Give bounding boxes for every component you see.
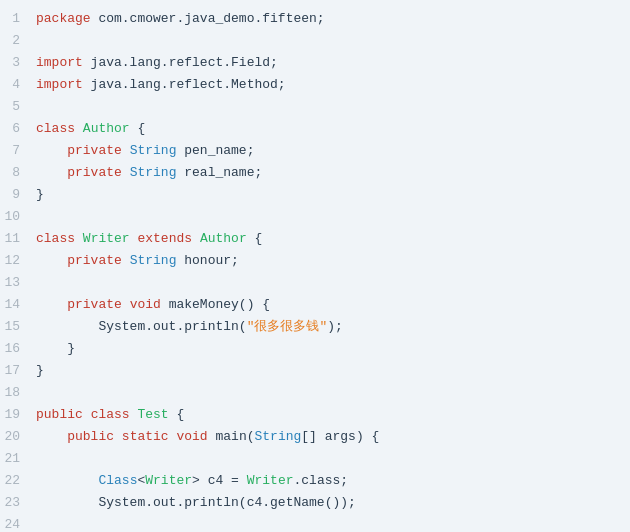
line-content: System.out.println(c4.getName());	[32, 493, 630, 513]
line-number: 1	[0, 9, 32, 29]
code-line: 23 System.out.println(c4.getName());	[0, 492, 630, 514]
code-line: 17}	[0, 360, 630, 382]
code-line: 20 public static void main(String[] args…	[0, 426, 630, 448]
token: Writer	[83, 231, 130, 246]
token: Class	[98, 473, 137, 488]
code-line: 4import java.lang.reflect.Method;	[0, 74, 630, 96]
token: pen_name;	[176, 143, 254, 158]
token: void	[130, 297, 161, 312]
token	[75, 121, 83, 136]
code-line: 11class Writer extends Author {	[0, 228, 630, 250]
token: extends	[137, 231, 192, 246]
token: import	[36, 77, 83, 92]
code-line: 14 private void makeMoney() {	[0, 294, 630, 316]
line-content	[32, 515, 630, 532]
line-number: 13	[0, 273, 32, 293]
line-content: Class<Writer> c4 = Writer.class;	[32, 471, 630, 491]
token: > c4 =	[192, 473, 247, 488]
code-line: 22 Class<Writer> c4 = Writer.class;	[0, 470, 630, 492]
token: real_name;	[176, 165, 262, 180]
line-number: 21	[0, 449, 32, 469]
token	[122, 165, 130, 180]
line-number: 10	[0, 207, 32, 227]
line-number: 5	[0, 97, 32, 117]
token: .class;	[293, 473, 348, 488]
token: makeMoney() {	[161, 297, 270, 312]
line-content: public class Test {	[32, 405, 630, 425]
token: String	[130, 253, 177, 268]
token: }	[36, 187, 44, 202]
line-content: }	[32, 339, 630, 359]
line-number: 9	[0, 185, 32, 205]
token	[122, 297, 130, 312]
code-line: 10	[0, 206, 630, 228]
line-number: 7	[0, 141, 32, 161]
code-line: 2	[0, 30, 630, 52]
token	[36, 429, 67, 444]
line-content: System.out.println("很多很多钱");	[32, 317, 630, 337]
line-content: class Author {	[32, 119, 630, 139]
token	[36, 253, 67, 268]
line-number: 3	[0, 53, 32, 73]
token: honour;	[176, 253, 238, 268]
token: {	[130, 121, 146, 136]
line-number: 12	[0, 251, 32, 271]
line-content: import java.lang.reflect.Field;	[32, 53, 630, 73]
token: import	[36, 55, 83, 70]
line-number: 6	[0, 119, 32, 139]
code-line: 7 private String pen_name;	[0, 140, 630, 162]
line-content: private String real_name;	[32, 163, 630, 183]
token: String	[130, 143, 177, 158]
line-number: 17	[0, 361, 32, 381]
token: static	[122, 429, 169, 444]
token	[114, 429, 122, 444]
token: private	[67, 253, 122, 268]
token	[122, 143, 130, 158]
token: main(	[208, 429, 255, 444]
token: );	[327, 319, 343, 334]
code-line: 15 System.out.println("很多很多钱");	[0, 316, 630, 338]
line-number: 2	[0, 31, 32, 51]
line-content: }	[32, 185, 630, 205]
line-number: 4	[0, 75, 32, 95]
token: com.cmower.java_demo.fifteen;	[91, 11, 325, 26]
code-line: 3import java.lang.reflect.Field;	[0, 52, 630, 74]
token: String	[255, 429, 302, 444]
token	[75, 231, 83, 246]
line-number: 11	[0, 229, 32, 249]
line-content	[32, 31, 630, 51]
line-number: 14	[0, 295, 32, 315]
token: Test	[137, 407, 168, 422]
code-line: 18	[0, 382, 630, 404]
line-content	[32, 383, 630, 403]
line-content: public static void main(String[] args) {	[32, 427, 630, 447]
token: }	[36, 363, 44, 378]
token: Writer	[247, 473, 294, 488]
token	[83, 407, 91, 422]
token: Writer	[145, 473, 192, 488]
code-line: 5	[0, 96, 630, 118]
line-number: 16	[0, 339, 32, 359]
code-line: 8 private String real_name;	[0, 162, 630, 184]
line-number: 20	[0, 427, 32, 447]
token	[192, 231, 200, 246]
line-content: import java.lang.reflect.Method;	[32, 75, 630, 95]
code-line: 21	[0, 448, 630, 470]
line-number: 15	[0, 317, 32, 337]
line-content: class Writer extends Author {	[32, 229, 630, 249]
token: String	[130, 165, 177, 180]
code-line: 13	[0, 272, 630, 294]
token: Author	[200, 231, 247, 246]
line-content	[32, 449, 630, 469]
line-content	[32, 97, 630, 117]
token	[122, 253, 130, 268]
token: class	[36, 121, 75, 136]
token: private	[67, 143, 122, 158]
token: void	[176, 429, 207, 444]
token: System.out.println(c4.getName());	[36, 495, 356, 510]
code-editor: 1package com.cmower.java_demo.fifteen;2 …	[0, 0, 630, 532]
line-number: 23	[0, 493, 32, 513]
token: Author	[83, 121, 130, 136]
token: {	[247, 231, 263, 246]
token: public	[36, 407, 83, 422]
